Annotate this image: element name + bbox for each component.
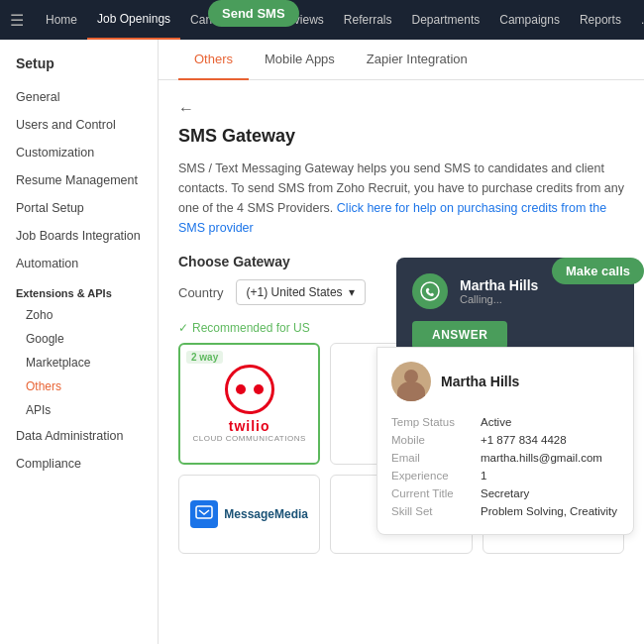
messagemedia-text: MessageMedia — [224, 507, 308, 521]
svg-rect-0 — [196, 506, 212, 518]
email-label: Email — [391, 452, 481, 464]
temp-status-value: Active — [481, 416, 511, 428]
country-select[interactable]: (+1) United States ▾ — [236, 279, 366, 305]
messagemedia-logo: MessageMedia — [190, 500, 308, 528]
twilio-text: twilio — [229, 418, 270, 434]
info-row-title: Current Title Secretary — [391, 484, 619, 502]
tabs-bar: Others Mobile Apps Zapier Integration — [159, 40, 644, 80]
candidate-header: Martha Hills — [391, 362, 619, 401]
sidebar-item-portal-setup[interactable]: Portal Setup — [0, 194, 158, 222]
skills-label: Skill Set — [391, 505, 481, 517]
candidate-avatar — [391, 362, 431, 401]
tab-zapier[interactable]: Zapier Integration — [351, 40, 483, 80]
experience-value: 1 — [481, 470, 486, 482]
title-value: Secretary — [481, 487, 529, 499]
svg-point-1 — [421, 282, 439, 300]
sidebar-section-ext-apis: Extensions & APIs — [0, 277, 158, 303]
calling-info: Martha Hills Calling... — [460, 277, 538, 305]
nav-job-openings[interactable]: Job Openings — [87, 0, 180, 40]
skills-value: Problem Solving, Creativity — [481, 505, 617, 517]
back-link[interactable]: ← — [178, 100, 624, 118]
sidebar-item-general[interactable]: General — [0, 83, 158, 111]
country-value: (+1) United States — [247, 285, 343, 299]
nav-referrals[interactable]: Referrals — [334, 0, 402, 40]
twilio-icon — [225, 365, 274, 414]
info-row-mobile: Mobile +1 877 834 4428 — [391, 431, 619, 449]
info-row-temp-status: Temp Status Active — [391, 413, 619, 431]
candidate-card: Martha Hills Temp Status Active Mobile +… — [376, 347, 634, 535]
calling-avatar — [412, 273, 448, 309]
sidebar-item-marketplace[interactable]: Marketplace — [0, 351, 158, 375]
nav-departments[interactable]: Departments — [402, 0, 490, 40]
sidebar-item-zoho[interactable]: Zoho — [0, 303, 158, 327]
sidebar-item-data-admin[interactable]: Data Administration — [0, 422, 158, 450]
chevron-down-icon: ▾ — [349, 285, 355, 299]
experience-label: Experience — [391, 470, 481, 482]
sidebar-item-google[interactable]: Google — [0, 327, 158, 351]
sidebar-item-job-boards[interactable]: Job Boards Integration — [0, 222, 158, 250]
mobile-label: Mobile — [391, 434, 481, 446]
twilio-logo: twilio CLOUD COMMUNICATIONS — [193, 365, 306, 443]
temp-status-label: Temp Status — [391, 416, 481, 428]
sidebar-title: Setup — [0, 55, 158, 83]
info-row-experience: Experience 1 — [391, 467, 619, 484]
answer-button[interactable]: ANSWER — [412, 321, 507, 349]
gateway-twilio[interactable]: 2 way twilio CLOUD COMMUNICATIONS — [178, 343, 320, 465]
nav-reports[interactable]: Reports — [570, 0, 631, 40]
page-title: SMS Gateway — [178, 126, 624, 147]
sidebar-item-resume-mgmt[interactable]: Resume Management — [0, 166, 158, 194]
calling-status: Calling... — [460, 293, 538, 305]
hamburger-icon[interactable]: ☰ — [10, 11, 24, 30]
back-arrow-icon: ← — [178, 100, 194, 118]
sidebar-item-others[interactable]: Others — [0, 375, 158, 398]
nav-home[interactable]: Home — [36, 0, 87, 40]
sidebar-item-users-control[interactable]: Users and Control — [0, 111, 158, 139]
mobile-value: +1 877 834 4428 — [481, 434, 567, 446]
twilio-subtext: CLOUD COMMUNICATIONS — [193, 434, 306, 443]
sidebar-item-customization[interactable]: Customization — [0, 139, 158, 166]
messagemedia-icon — [190, 500, 218, 528]
candidate-name: Martha Hills — [441, 374, 519, 389]
tab-mobile-apps[interactable]: Mobile Apps — [249, 40, 351, 80]
nav-campaigns[interactable]: Campaigns — [489, 0, 570, 40]
nav-more[interactable]: ... — [631, 0, 644, 40]
info-row-skills: Skill Set Problem Solving, Creativity — [391, 502, 619, 520]
country-label: Country — [178, 285, 224, 300]
main-layout: Setup General Users and Control Customiz… — [0, 40, 644, 644]
make-calls-badge: Make calls — [552, 258, 644, 284]
sidebar-item-compliance[interactable]: Compliance — [0, 450, 158, 478]
candidate-info-table: Temp Status Active Mobile +1 877 834 442… — [391, 413, 619, 520]
gateway-messagemedia[interactable]: MessageMedia — [178, 475, 320, 554]
tab-others[interactable]: Others — [178, 40, 249, 80]
rec-badge: 2 way — [186, 351, 223, 364]
sidebar: Setup General Users and Control Customiz… — [0, 40, 159, 644]
check-icon: ✓ — [178, 321, 188, 335]
content-area: Others Mobile Apps Zapier Integration ← … — [159, 40, 644, 644]
page-description: SMS / Text Messaging Gateway helps you s… — [178, 159, 624, 238]
info-row-email: Email martha.hills@gmail.com — [391, 449, 619, 467]
title-label: Current Title — [391, 487, 481, 499]
send-sms-badge: Send SMS — [208, 0, 299, 27]
sidebar-item-apis[interactable]: APIs — [0, 398, 158, 422]
sidebar-item-automation[interactable]: Automation — [0, 250, 158, 277]
phone-icon — [419, 280, 441, 302]
top-navigation: ☰ Home Job Openings Candidates Interview… — [0, 0, 644, 40]
calling-name: Martha Hills — [460, 277, 538, 293]
email-value: martha.hills@gmail.com — [481, 452, 602, 464]
